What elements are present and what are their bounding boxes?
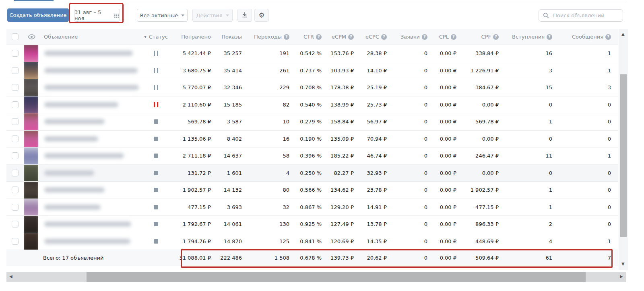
row-checkbox[interactable] <box>12 204 19 211</box>
column-header-clicks[interactable]: Переходы? <box>244 29 292 45</box>
row-checkbox[interactable] <box>12 101 19 108</box>
ad-thumbnail[interactable] <box>24 62 38 79</box>
create-ad-button[interactable]: Создать объявление <box>7 8 69 22</box>
ad-thumbnail[interactable] <box>24 113 38 130</box>
ad-name-blurred[interactable] <box>44 153 124 158</box>
total-impressions: 222 486 <box>213 250 244 266</box>
cell-impressions: 15 185 <box>213 96 244 113</box>
ad-name-blurred[interactable] <box>44 102 118 107</box>
status-filter-dropdown[interactable]: Все активные <box>137 9 188 22</box>
scroll-right-icon[interactable]: ▶ <box>620 275 623 279</box>
cell-joins: 0 <box>501 96 555 113</box>
scroll-left-icon[interactable]: ◀ <box>9 275 12 279</box>
horizontal-scrollbar-thumb[interactable] <box>87 272 586 282</box>
row-checkbox[interactable] <box>12 50 19 57</box>
scroll-down-icon[interactable]: ▼ <box>621 262 625 266</box>
help-icon[interactable]: ? <box>348 34 354 40</box>
ad-thumbnail[interactable] <box>24 199 38 216</box>
table-row[interactable]: 5 770.07 ₽32 3462290.708 %178.38 ₽25.19 … <box>6 79 618 96</box>
date-range-button[interactable]: 31 авг – 5 ноя <box>74 9 120 22</box>
help-icon[interactable]: ? <box>284 34 289 40</box>
row-checkbox[interactable] <box>12 186 19 193</box>
help-icon[interactable]: ? <box>451 34 456 40</box>
ad-thumbnail[interactable] <box>24 182 38 199</box>
cell-cpl: 0.00 ₽ <box>430 45 459 62</box>
row-checkbox[interactable] <box>12 67 19 74</box>
select-all-checkbox[interactable] <box>12 33 19 40</box>
column-header-spent[interactable]: Потрачено <box>173 29 213 45</box>
column-header-cpl[interactable]: CPL? <box>430 29 459 45</box>
ad-thumbnail[interactable] <box>24 79 38 96</box>
column-header-impressions[interactable]: Показы <box>213 29 244 45</box>
ad-thumbnail[interactable] <box>24 96 38 113</box>
help-icon[interactable]: ? <box>605 34 611 40</box>
column-header-name[interactable]: Объявление <box>39 29 139 45</box>
ad-name-blurred[interactable] <box>44 51 133 56</box>
ad-name-blurred[interactable] <box>44 119 105 124</box>
cell-cpl: 0.00 ₽ <box>430 131 459 148</box>
column-header-messages[interactable]: Сообщения? <box>555 29 618 45</box>
help-icon[interactable]: ? <box>316 34 322 40</box>
status-filter-label: Все активные <box>140 12 178 18</box>
table-row[interactable]: 569.78 ₽3 587100.279 %158.84 ₽56.97 ₽00.… <box>6 113 618 131</box>
ad-thumbnail[interactable] <box>24 148 38 164</box>
vertical-scrollbar-thumb[interactable] <box>620 74 627 237</box>
ad-thumbnail[interactable] <box>24 131 38 148</box>
table-row[interactable]: 477.15 ₽3 693320.867 %129.20 ₽14.91 ₽00.… <box>6 199 618 216</box>
help-icon[interactable]: ? <box>381 34 387 40</box>
column-header-status[interactable]: ▾Статус <box>139 29 173 45</box>
table-row[interactable]: 1 794.76 ₽14 8701250.841 %120.69 ₽14.35 … <box>6 233 618 250</box>
cell-ecpm: 134.62 ₽ <box>324 182 356 199</box>
table-row[interactable]: 5 421.44 ₽35 2571910.542 %153.76 ₽28.38 … <box>6 45 618 62</box>
table-row[interactable]: 1 135.06 ₽8 402160.190 %135.09 ₽70.94 ₽0… <box>6 131 618 148</box>
row-checkbox[interactable] <box>12 170 19 176</box>
row-checkbox[interactable] <box>12 221 19 227</box>
help-icon[interactable]: ? <box>493 34 499 40</box>
help-icon[interactable]: ? <box>547 34 552 40</box>
export-button[interactable] <box>237 9 252 22</box>
ad-name-blurred[interactable] <box>44 85 139 90</box>
cell-joins: 1 <box>501 199 555 216</box>
table-row[interactable]: 3 680.75 ₽35 4142610.737 %103.93 ₽14.10 … <box>6 62 618 80</box>
cell-cpl: 0.00 ₽ <box>430 216 459 233</box>
table-row[interactable]: 1 792.67 ₽14 0611300.925 %127.49 ₽13.78 … <box>6 216 618 233</box>
row-checkbox[interactable] <box>12 84 19 91</box>
table-row[interactable]: 1 902.57 ₽14 132800.566 %134.62 ₽23.78 ₽… <box>6 182 618 199</box>
ad-name-blurred[interactable] <box>44 170 94 176</box>
row-checkbox[interactable] <box>12 152 19 159</box>
ad-thumbnail[interactable] <box>24 233 38 250</box>
ad-thumbnail[interactable] <box>24 165 38 182</box>
ad-name-blurred[interactable] <box>44 136 98 141</box>
search-box[interactable] <box>539 9 623 22</box>
column-header-cpf[interactable]: CPF? <box>459 29 501 45</box>
cell-impressions: 3 693 <box>213 199 244 216</box>
actions-dropdown[interactable]: Действия <box>192 9 233 22</box>
search-input[interactable] <box>552 12 619 19</box>
ad-name-blurred[interactable] <box>44 239 130 244</box>
ad-name-blurred[interactable] <box>44 68 138 73</box>
ad-thumbnail[interactable] <box>24 45 38 62</box>
ad-name-blurred[interactable] <box>44 205 101 210</box>
cell-leads: 0 <box>389 131 430 148</box>
column-header-leads[interactable]: Заявки? <box>389 29 430 45</box>
column-header-ctr[interactable]: CTR? <box>292 29 324 45</box>
cell-leads: 0 <box>389 182 430 199</box>
table-row[interactable]: 131.72 ₽1 60140.250 %82.27 ₽32.93 ₽00.00… <box>6 165 618 182</box>
table-row[interactable]: 2 110.60 ₽15 185820.540 %138.99 ₽25.73 ₽… <box>6 96 618 114</box>
column-header-joins[interactable]: Вступления? <box>501 29 555 45</box>
table-row[interactable]: 2 711.18 ₽14 637580.396 %185.22 ₽46.74 ₽… <box>6 148 618 165</box>
ad-name-blurred[interactable] <box>44 221 131 227</box>
row-checkbox[interactable] <box>12 238 19 245</box>
tabs-divider <box>14 1 627 1</box>
column-header-ecpc[interactable]: eCPC? <box>356 29 389 45</box>
scroll-up-icon[interactable]: ▲ <box>621 32 625 36</box>
row-checkbox[interactable] <box>12 135 19 142</box>
settings-button[interactable]: ⚙ <box>254 9 269 22</box>
ad-name-blurred[interactable] <box>44 187 105 193</box>
column-header-ecpm[interactable]: eCPM? <box>324 29 356 45</box>
row-checkbox[interactable] <box>12 118 19 125</box>
visibility-eye-icon[interactable] <box>27 34 36 39</box>
cell-cpf: 1 226.91 ₽ <box>459 62 501 79</box>
ad-thumbnail[interactable] <box>24 216 38 233</box>
help-icon[interactable]: ? <box>422 34 427 40</box>
